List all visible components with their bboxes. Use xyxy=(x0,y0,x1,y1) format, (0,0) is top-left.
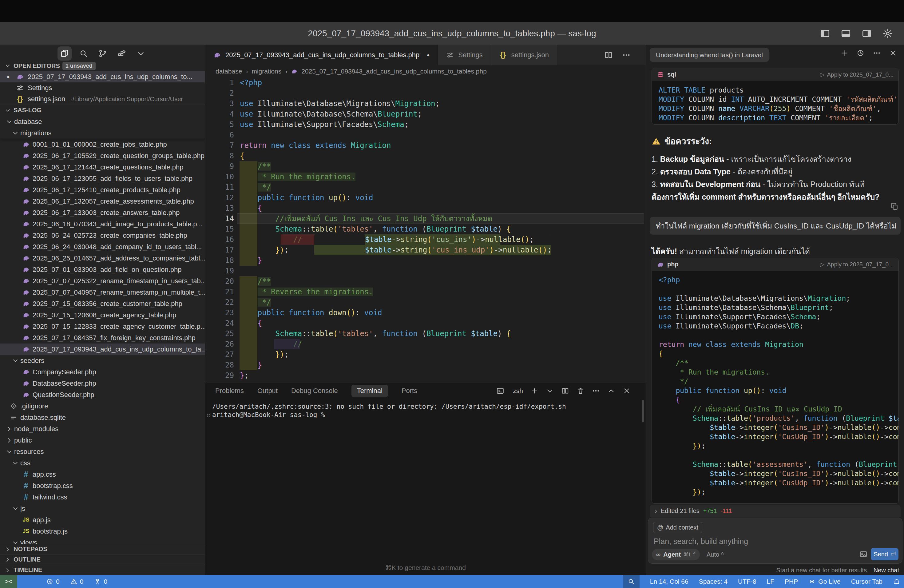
section-notepads[interactable]: NOTEPADS xyxy=(0,544,205,554)
panel-tab-problems[interactable]: Problems xyxy=(215,387,244,395)
notifications-icon[interactable] xyxy=(893,578,900,585)
tree-file-tailwind.css[interactable]: #tailwind.css xyxy=(0,492,205,503)
tree-file-2025_07_15_122833_create_agency_customer_table.p...[interactable]: 2025_07_15_122833_create_agency_customer… xyxy=(0,321,205,332)
tree-file-2025_07_15_120608_create_agency_table.php[interactable]: 2025_07_15_120608_create_agency_table.ph… xyxy=(0,309,205,321)
panel-more-icon[interactable] xyxy=(592,387,600,395)
open-editor-item[interactable]: ●2025_07_17_093943_add_cus_ins_udp_colum… xyxy=(0,71,205,82)
chat-tab[interactable]: Understanding whereHas() in Laravel xyxy=(650,48,769,62)
tree-file-database.sqlite[interactable]: database.sqlite xyxy=(0,412,205,423)
toggle-secondary-sidebar-icon[interactable] xyxy=(861,28,872,39)
status-item-utf-8[interactable]: UTF-8 xyxy=(738,578,756,585)
breadcrumb-item[interactable]: database xyxy=(215,68,242,75)
tree-file-2025_07_15_083356_create_customer_table.php[interactable]: 2025_07_15_083356_create_customer_table.… xyxy=(0,298,205,309)
activity-extensions-button[interactable] xyxy=(115,46,129,60)
open-editor-item[interactable]: {}settings.json~/Library/Application Sup… xyxy=(0,93,205,104)
status-item-ln-14-col-66[interactable]: Ln 14, Col 66 xyxy=(650,578,689,585)
tree-folder-public[interactable]: public xyxy=(0,435,205,446)
chat-history-icon[interactable] xyxy=(857,49,864,57)
more-actions-icon[interactable] xyxy=(622,51,631,59)
tree-file-0001_01_01_000002_create_jobs_table.php[interactable]: 0001_01_01_000002_create_jobs_table.php xyxy=(0,139,205,150)
tree-folder-database[interactable]: database xyxy=(0,116,205,127)
edited-files-bar[interactable]: ›Edited 21 files+751-111 xyxy=(650,505,901,517)
new-terminal-icon[interactable] xyxy=(530,387,538,395)
tree-file-app.js[interactable]: JSapp.js xyxy=(0,514,205,526)
tree-file-2025_06_17_132057_create_assessments_table.php[interactable]: 2025_06_17_132057_create_assessments_tab… xyxy=(0,196,205,207)
tree-folder-migrations[interactable]: migrations xyxy=(0,127,205,139)
tree-folder-node_modules[interactable]: node_modules xyxy=(0,423,205,435)
tree-folder-js[interactable]: js xyxy=(0,503,205,514)
add-context-button[interactable]: @Add context xyxy=(653,522,702,533)
code-editor[interactable]: 1<?php23use Illuminate\Database\Migratio… xyxy=(205,77,646,383)
tree-file-.gitignore[interactable]: .gitignore xyxy=(0,400,205,412)
toggle-panel-icon[interactable] xyxy=(841,28,851,39)
tab-2025_07_17_093943_add_cus_ins_udp_columns_to_tables.php[interactable]: 2025_07_17_093943_add_cus_ins_udp_column… xyxy=(205,44,438,65)
chat-composer[interactable]: @Add context Plan, search, build anythin… xyxy=(648,518,902,564)
status-item-lf[interactable]: LF xyxy=(767,578,774,585)
activity-chevron-down-button[interactable] xyxy=(134,46,148,60)
tree-folder-views[interactable]: views xyxy=(0,537,205,544)
agent-mode-selector[interactable]: ∞Agent⌘I^ xyxy=(652,548,700,560)
tree-file-2025_07_17_084357_fix_foreign_key_constraints.php[interactable]: 2025_07_17_084357_fix_foreign_key_constr… xyxy=(0,332,205,343)
open-editors-header[interactable]: OPEN EDITORS1 unsaved xyxy=(0,60,205,71)
tab-settings.json[interactable]: {}settings.json xyxy=(491,44,557,65)
panel-tab-ports[interactable]: Ports xyxy=(401,387,417,395)
model-selector[interactable]: Auto ^ xyxy=(706,551,724,558)
tree-file-2025_07_07_025322_rename_timestamp_in_users_tab...[interactable]: 2025_07_07_025322_rename_timestamp_in_us… xyxy=(0,275,205,287)
close-panel-icon[interactable] xyxy=(623,387,631,395)
kill-terminal-icon[interactable] xyxy=(577,387,585,395)
open-editor-item[interactable]: Settings xyxy=(0,82,205,93)
tree-folder-seeders[interactable]: seeders xyxy=(0,355,205,366)
tree-file-2025_06_17_121443_create_questions_table.php[interactable]: 2025_06_17_121443_create_questions_table… xyxy=(0,161,205,173)
workspace-root-header[interactable]: SAS-LOG xyxy=(0,104,205,115)
activity-files-button[interactable] xyxy=(57,46,72,60)
tree-file-2025_06_24_030048_add_company_id_to_users_tabl...[interactable]: 2025_06_24_030048_add_company_id_to_user… xyxy=(0,241,205,253)
toggle-sidebar-icon[interactable] xyxy=(820,28,830,39)
chat-more-icon[interactable] xyxy=(872,49,881,57)
tree-folder-css[interactable]: css xyxy=(0,457,205,469)
status-item-php[interactable]: PHP xyxy=(785,578,798,585)
tree-file-bootstrap.js[interactable]: JSbootstrap.js xyxy=(0,526,205,537)
status-item-go-live[interactable]: Go Live xyxy=(808,578,840,585)
copy-icon[interactable] xyxy=(890,202,899,211)
settings-gear-icon[interactable] xyxy=(882,28,893,39)
tree-file-2025_07_07_040957_rename_timestamp_in_multiple_t...[interactable]: 2025_07_07_040957_rename_timestamp_in_mu… xyxy=(0,287,205,298)
tree-file-2025_06_18_070343_add_image_to_products_table.p...[interactable]: 2025_06_18_070343_add_image_to_products_… xyxy=(0,218,205,230)
tree-file-DatabaseSeeder.php[interactable]: DatabaseSeeder.php xyxy=(0,378,205,389)
tree-file-QuestionSeeder.php[interactable]: QuestionSeeder.php xyxy=(0,389,205,400)
image-attach-icon[interactable] xyxy=(859,550,868,558)
tab-Settings[interactable]: Settings xyxy=(438,44,491,65)
tree-file-CompanySeeder.php[interactable]: CompanySeeder.php xyxy=(0,366,205,378)
apply-button[interactable]: ▷Apply to 2025_07_17_0... xyxy=(820,261,893,268)
expand-chevron[interactable]: › xyxy=(654,506,657,515)
status-item-spaces-4[interactable]: Spaces: 4 xyxy=(699,578,727,585)
send-button[interactable]: Send⏎ xyxy=(871,548,898,560)
apply-button[interactable]: ▷Apply to 2025_07_17_0... xyxy=(820,71,893,78)
panel-tab-debug-console[interactable]: Debug Console xyxy=(291,387,338,395)
terminal-scrollbar[interactable] xyxy=(642,400,644,422)
section-timeline[interactable]: TIMELINE xyxy=(0,564,205,575)
remote-indicator[interactable]: >< xyxy=(0,575,17,588)
panel-tab-terminal[interactable]: Terminal xyxy=(351,385,388,397)
chat-input-placeholder[interactable]: Plan, search, build anything xyxy=(654,537,748,546)
status-item-cursor-tab[interactable]: Cursor Tab xyxy=(851,578,882,585)
section-outline[interactable]: OUTLINE xyxy=(0,554,205,564)
tree-file-2025_06_25_014657_add_address_to_companies_tabl...[interactable]: 2025_06_25_014657_add_address_to_compani… xyxy=(0,253,205,264)
search-status-box[interactable] xyxy=(623,575,640,588)
new-chat-icon[interactable] xyxy=(840,49,848,57)
tree-folder-resources[interactable]: resources xyxy=(0,446,205,457)
tree-file-2025_06_17_105529_create_question_groups_table.php[interactable]: 2025_06_17_105529_create_question_groups… xyxy=(0,150,205,161)
terminal-dropdown-icon[interactable] xyxy=(546,387,554,395)
tree-file-2025_06_17_133003_create_answers_table.php[interactable]: 2025_06_17_133003_create_answers_table.p… xyxy=(0,207,205,218)
breadcrumb[interactable]: database›migrations›2025_07_17_093943_ad… xyxy=(205,65,646,77)
split-editor-icon[interactable] xyxy=(604,51,613,59)
activity-search-button[interactable] xyxy=(77,46,91,60)
tree-file-2025_06_17_123055_add_fields_to_users_table.php[interactable]: 2025_06_17_123055_add_fields_to_users_ta… xyxy=(0,173,205,184)
problems-status[interactable]: 000 xyxy=(46,575,107,588)
tree-file-2025_06_17_125410_create_products_table.php[interactable]: 2025_06_17_125410_create_products_table.… xyxy=(0,184,205,196)
panel-tab-output[interactable]: Output xyxy=(258,387,278,395)
activity-source-control-button[interactable] xyxy=(96,46,110,60)
tree-file-2025_07_17_093943_add_cus_ins_udp_columns_to_ta...[interactable]: 2025_07_17_093943_add_cus_ins_udp_column… xyxy=(0,343,205,355)
new-chat-button[interactable]: New chat xyxy=(874,567,899,574)
breadcrumb-file[interactable]: 2025_07_17_093943_add_cus_ins_udp_column… xyxy=(301,68,487,75)
tree-file-bootstrap.css[interactable]: #bootstrap.css xyxy=(0,480,205,492)
